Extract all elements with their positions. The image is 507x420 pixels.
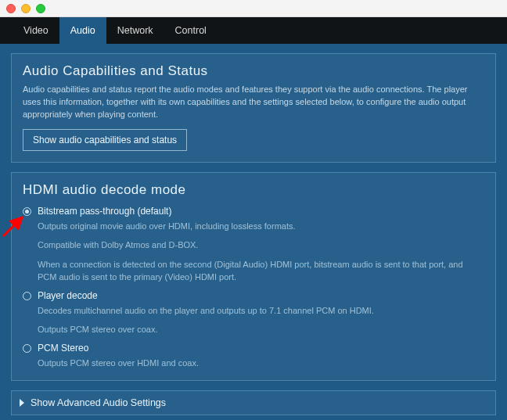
tab-audio[interactable]: Audio: [59, 17, 106, 44]
panel-description: Audio capabilities and status report the…: [23, 84, 484, 121]
decode-radio-2[interactable]: [23, 344, 31, 353]
show-capabilities-button[interactable]: Show audio capabilities and status: [23, 129, 187, 151]
decode-radio-1[interactable]: [23, 292, 31, 300]
panel-title: HDMI audio decode mode: [23, 182, 484, 198]
hdmi-decode-panel: HDMI audio decode mode Bitstream pass-th…: [11, 172, 496, 382]
tab-bar: VideoAudioNetworkControl: [0, 17, 507, 44]
window-titlebar: [0, 0, 507, 17]
tab-control[interactable]: Control: [164, 17, 218, 44]
decode-radio-sub: Compatible with Dolby Atmos and D-BOX.: [38, 239, 484, 252]
decode-radio-sub: Decodes multichannel audio on the player…: [38, 304, 484, 318]
audio-capabilities-panel: Audio Capabilities and Status Audio capa…: [11, 53, 496, 163]
tab-network[interactable]: Network: [106, 17, 164, 44]
window-minimize-button[interactable]: [21, 4, 31, 13]
decode-radio-label: Bitstream pass-through (default): [38, 206, 171, 217]
tab-video[interactable]: Video: [13, 17, 59, 44]
decode-radio-sub: When a connection is detected on the sec…: [38, 258, 484, 284]
chevron-right-icon: [20, 399, 24, 407]
panel-title: Audio Capabilities and Status: [23, 63, 484, 79]
advanced-audio-expander[interactable]: Show Advanced Audio Settings: [11, 390, 496, 415]
decode-radio-sub: Outputs PCM stereo over HDMI and coax.: [38, 357, 484, 370]
decode-radio-sub: Outputs PCM stereo over coax.: [38, 323, 484, 336]
decode-radio-sub: Outputs original movie audio over HDMI, …: [38, 220, 484, 233]
decode-radio-label: PCM Stereo: [38, 343, 88, 354]
window-close-button[interactable]: [6, 4, 16, 13]
decode-radio-label: Player decode: [38, 290, 98, 301]
decode-radio-0[interactable]: [23, 207, 31, 216]
advanced-audio-label: Show Advanced Audio Settings: [31, 397, 166, 408]
window-zoom-button[interactable]: [36, 4, 45, 13]
